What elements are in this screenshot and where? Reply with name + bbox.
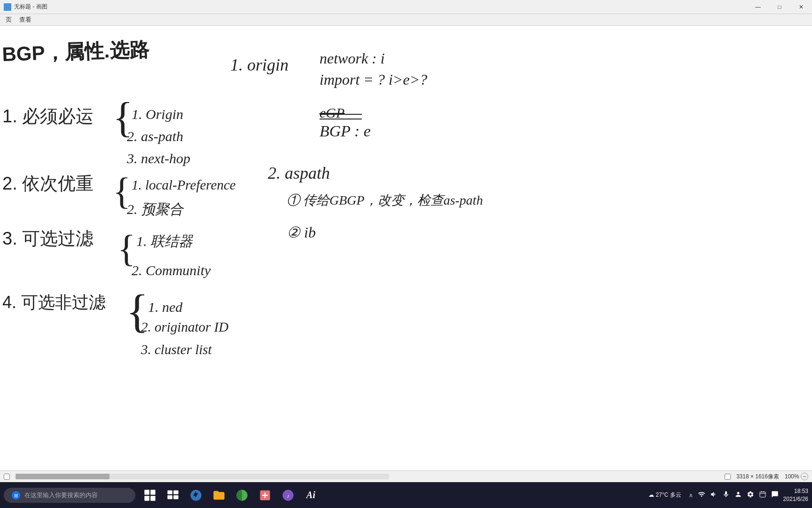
taskbar: ⊞ <box>0 482 812 508</box>
svg-text:2. Community: 2. Community <box>132 262 211 278</box>
svg-text:♪: ♪ <box>287 492 289 498</box>
weather-icon: ☁ <box>648 492 654 498</box>
file-explorer-button[interactable] <box>208 484 229 506</box>
app2-button[interactable]: ♪ <box>277 484 298 506</box>
zoom-level: 100% − <box>785 473 808 480</box>
svg-text:1. 必须必运: 1. 必须必运 <box>2 106 94 126</box>
svg-text:1. ned: 1. ned <box>148 299 183 315</box>
svg-text:BGP，属性.选路: BGP，属性.选路 <box>2 38 150 65</box>
svg-text:2. as-path: 2. as-path <box>127 128 183 144</box>
status-checkbox-2[interactable] <box>725 474 731 480</box>
microphone-icon[interactable] <box>721 490 731 500</box>
svg-rect-38 <box>173 495 179 499</box>
menu-bar: 页 查看 <box>0 14 812 26</box>
title-bar: 无标题 - 画图 — □ ✕ <box>0 0 812 14</box>
settings-icon[interactable] <box>746 490 755 500</box>
taskbar-icons: ♪ Ai <box>139 484 321 506</box>
svg-text:② ib: ② ib <box>287 224 316 241</box>
volume-icon[interactable] <box>709 490 718 500</box>
svg-rect-36 <box>173 490 179 494</box>
network-icon[interactable] <box>697 490 706 500</box>
svg-rect-37 <box>167 495 172 499</box>
svg-text:3. 可选过滤: 3. 可选过滤 <box>2 229 94 248</box>
svg-text:1. local-Preference: 1. local-Preference <box>132 177 236 192</box>
zoom-out-button[interactable]: − <box>801 473 808 480</box>
date-display: 2021/6/26 <box>783 495 808 503</box>
canvas-area[interactable]: BGP，属性.选路 1. origin network : i import =… <box>0 26 812 382</box>
status-bar: 3318 × 1616像素 100% − <box>0 470 812 482</box>
svg-rect-31 <box>144 490 149 495</box>
svg-text:3. cluster list: 3. cluster list <box>141 342 212 357</box>
tray-expand-button[interactable]: ∧ <box>688 491 694 500</box>
menu-view[interactable]: 查看 <box>16 15 35 25</box>
svg-text:3. next-hop: 3. next-hop <box>126 151 190 166</box>
weather-temp: 27°C 多云 <box>656 492 681 498</box>
canvas-dimensions: 3318 × 1616像素 <box>736 473 779 481</box>
time-display: 18:53 <box>783 487 808 495</box>
window-controls: — □ ✕ <box>747 0 812 14</box>
svg-text:2. aspath: 2. aspath <box>268 164 330 183</box>
svg-text:① 传给GBGP，改变，检查as-path: ① 传给GBGP，改变，检查as-path <box>287 193 483 207</box>
ai-button[interactable]: Ai <box>300 484 321 506</box>
minimize-button[interactable]: — <box>747 0 769 14</box>
weather-widget: ☁ 27°C 多云 <box>648 491 681 499</box>
edge-browser-button[interactable] <box>185 484 206 506</box>
scroll-bar[interactable] <box>16 474 389 479</box>
calendar-icon[interactable] <box>758 490 767 500</box>
svg-rect-33 <box>144 496 149 501</box>
svg-text:2. 预聚合: 2. 预聚合 <box>127 201 184 217</box>
start-button[interactable] <box>139 484 160 506</box>
svg-text:eGP: eGP <box>320 105 344 120</box>
svg-rect-34 <box>150 496 156 501</box>
app-icon <box>4 3 11 11</box>
svg-text:4. 可选非过滤: 4. 可选非过滤 <box>2 293 106 312</box>
taskbar-search[interactable]: ⊞ <box>4 488 135 503</box>
search-input[interactable] <box>24 492 128 499</box>
menu-page[interactable]: 页 <box>2 15 16 25</box>
close-button[interactable]: ✕ <box>790 0 812 14</box>
scroll-thumb[interactable] <box>16 474 109 479</box>
system-tray: ☁ 27°C 多云 ∧ <box>648 490 780 500</box>
svg-text:1. 联结器: 1. 联结器 <box>136 233 194 249</box>
svg-text:import = ?  i>e>?: import = ? i>e>? <box>320 71 427 88</box>
taskbar-right: ☁ 27°C 多云 ∧ <box>648 487 808 503</box>
svg-text:1. Origin: 1. Origin <box>132 106 183 122</box>
clock[interactable]: 18:53 2021/6/26 <box>783 487 808 503</box>
user-icon[interactable] <box>734 490 743 500</box>
windows-search-icon: ⊞ <box>11 491 21 500</box>
svg-rect-35 <box>167 490 172 494</box>
svg-text:network : i: network : i <box>320 50 385 67</box>
notification-icon[interactable] <box>770 490 780 500</box>
svg-text:⊞: ⊞ <box>14 493 18 498</box>
svg-text:1. origin: 1. origin <box>230 56 289 74</box>
svg-text:2. 依次优重: 2. 依次优重 <box>2 174 94 193</box>
window-title: 无标题 - 画图 <box>14 3 47 11</box>
task-view-button[interactable] <box>162 484 183 506</box>
svg-rect-32 <box>150 490 156 495</box>
app1-button[interactable] <box>254 484 275 506</box>
status-right: 3318 × 1616像素 100% − <box>725 473 808 481</box>
browser-button[interactable] <box>231 484 252 506</box>
svg-text:BGP : e: BGP : e <box>320 122 371 140</box>
status-checkbox[interactable] <box>4 474 10 480</box>
maximize-button[interactable]: □ <box>769 0 790 14</box>
svg-text:2. originator ID: 2. originator ID <box>141 319 228 334</box>
svg-rect-43 <box>760 492 765 497</box>
